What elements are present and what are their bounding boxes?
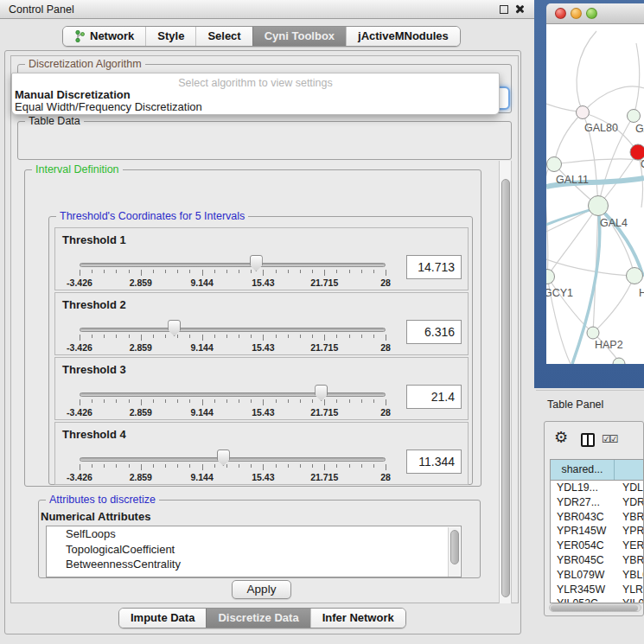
tab-network[interactable]: Network — [63, 27, 145, 46]
tick-label: 9.144 — [190, 472, 213, 482]
slider-thumb[interactable] — [315, 385, 328, 401]
table-cell[interactable]: YBR0 — [615, 553, 644, 568]
network-window-titlebar[interactable] — [546, 3, 644, 24]
column-header-na[interactable]: na — [615, 460, 644, 480]
tick-mark — [361, 335, 362, 338]
tab-select[interactable]: Select — [195, 27, 252, 46]
tab-cyni-toolbox[interactable]: Cyni Toolbox — [252, 27, 346, 46]
table-cell[interactable]: YBR045C — [551, 553, 615, 568]
list-scrollbar[interactable] — [448, 527, 460, 577]
dropdown-option-equal-width-frequency-discretization[interactable]: Equal Width/Frequency Discretization — [12, 101, 499, 113]
dropdown-option-manual-discretization[interactable]: Manual Discretization — [12, 89, 499, 101]
network-node[interactable] — [628, 110, 641, 123]
network-edge[interactable] — [593, 276, 634, 333]
network-node[interactable] — [587, 327, 599, 339]
table-cell[interactable]: YIL0 — [615, 596, 644, 603]
network-edge[interactable] — [634, 43, 640, 116]
table-cell[interactable]: YDR27... — [551, 495, 615, 510]
scrollbar-thumb[interactable] — [501, 179, 510, 597]
close-icon[interactable] — [514, 4, 524, 14]
node-attribute-table[interactable]: shared...na YDL19...YDL1YDR27...YDR2YBR0… — [550, 459, 644, 603]
slider-track[interactable] — [80, 328, 386, 332]
table-cell[interactable]: YBL079W — [551, 568, 615, 583]
threshold-value-field[interactable]: 6.316 — [406, 320, 462, 344]
network-edge[interactable] — [577, 31, 596, 112]
network-node[interactable] — [547, 157, 562, 172]
network-node[interactable] — [613, 358, 625, 364]
scrollbar-thumb[interactable] — [551, 605, 638, 611]
threshold-value-field[interactable]: 14.713 — [406, 255, 462, 279]
tick-mark — [263, 464, 264, 470]
table-cell[interactable]: YDR2 — [615, 495, 644, 510]
tick-mark — [251, 335, 252, 338]
slider-track[interactable] — [80, 263, 386, 267]
tab-impute-data[interactable]: Impute Data — [119, 609, 206, 628]
network-edge[interactable] — [554, 112, 583, 164]
network-node[interactable] — [589, 196, 609, 216]
table-cell[interactable]: YDL19... — [551, 481, 615, 495]
tab-style[interactable]: Style — [145, 27, 195, 46]
split-columns-icon[interactable] — [581, 433, 595, 447]
list-item-topologicalcoefficient[interactable]: TopologicalCoefficient — [47, 542, 461, 558]
list-item-selfloops[interactable]: SelfLoops — [47, 526, 461, 542]
scrollbar-thumb[interactable] — [450, 530, 459, 564]
close-button[interactable] — [555, 8, 566, 19]
table-row[interactable]: YIL052CYIL0 — [551, 596, 643, 603]
table-row[interactable]: YBL079WYBL0 — [551, 568, 643, 583]
numerical-attributes-list[interactable]: SelfLoopsTopologicalCoefficientBetweenne… — [46, 526, 462, 577]
tick-mark — [276, 399, 277, 403]
table-cell[interactable]: YBR0 — [615, 510, 644, 525]
network-node[interactable] — [627, 268, 643, 284]
network-node[interactable] — [546, 270, 555, 284]
network-edge[interactable] — [546, 259, 634, 276]
discretization-algorithm-label: Discretization Algorithm — [25, 58, 145, 70]
slider-thumb[interactable] — [217, 450, 230, 466]
table-horizontal-scrollbar[interactable] — [549, 603, 641, 612]
network-canvas[interactable]: GAL80GACGAL11GAL4GCY1HHAP2 — [546, 24, 644, 364]
threshold-value-field[interactable]: 11.344 — [406, 450, 462, 474]
slider-thumb[interactable] — [168, 320, 181, 336]
table-cell[interactable]: YBR043C — [551, 510, 615, 525]
apply-button[interactable]: Apply — [232, 580, 291, 599]
network-edge[interactable] — [583, 86, 644, 112]
tick-mark — [312, 270, 313, 273]
zoom-button[interactable] — [586, 8, 597, 19]
network-node[interactable] — [577, 106, 590, 119]
table-row[interactable]: YER054CYER0 — [551, 539, 643, 553]
tick-mark — [312, 464, 313, 468]
tick-mark — [336, 464, 337, 468]
table-cell[interactable]: YDL1 — [615, 481, 644, 495]
content-scrollbar[interactable] — [499, 161, 512, 603]
table-row[interactable]: YPR145WYPR1 — [551, 524, 643, 539]
table-row[interactable]: YDR27...YDR2 — [551, 495, 643, 510]
minimize-button[interactable] — [571, 8, 582, 19]
table-cell[interactable]: YLR3 — [615, 583, 644, 597]
table-cell[interactable]: YER054C — [551, 539, 615, 553]
column-checkboxes-icon[interactable]: ☑☑ — [602, 433, 617, 445]
table-cell[interactable]: YPR1 — [615, 524, 644, 539]
table-cell[interactable]: YIL052C — [551, 596, 615, 603]
tick-label: -3.426 — [67, 472, 92, 482]
column-header-shared[interactable]: shared... — [551, 460, 615, 480]
tick-mark — [349, 464, 350, 468]
tab-discretize-data[interactable]: Discretize Data — [206, 609, 309, 628]
table-row[interactable]: YBR045CYBR0 — [551, 553, 643, 568]
table-cell[interactable]: YLR345W — [551, 583, 615, 597]
tick-mark — [202, 399, 203, 405]
table-row[interactable]: YBR043CYBR0 — [551, 510, 643, 525]
float-window-icon[interactable] — [500, 5, 508, 14]
table-row[interactable]: YDL19...YDL1 — [551, 481, 643, 495]
threshold-value-field[interactable]: 21.4 — [406, 385, 462, 409]
slider-track[interactable] — [80, 457, 386, 462]
tab-jactivemnodules[interactable]: jActiveMNodules — [346, 27, 460, 46]
gear-icon[interactable]: ⚙ — [554, 429, 568, 446]
table-cell[interactable]: YER0 — [615, 539, 644, 553]
table-row[interactable]: YLR345WYLR3 — [551, 583, 643, 597]
tick-mark — [141, 335, 142, 341]
table-cell[interactable]: YPR145W — [551, 524, 615, 539]
table-cell[interactable]: YBL0 — [615, 568, 644, 583]
tab-infer-network[interactable]: Infer Network — [310, 609, 405, 628]
tick-label: 28 — [380, 407, 391, 418]
list-item-betweennesscentrality[interactable]: BetweennessCentrality — [47, 557, 461, 572]
slider-track[interactable] — [80, 392, 386, 397]
